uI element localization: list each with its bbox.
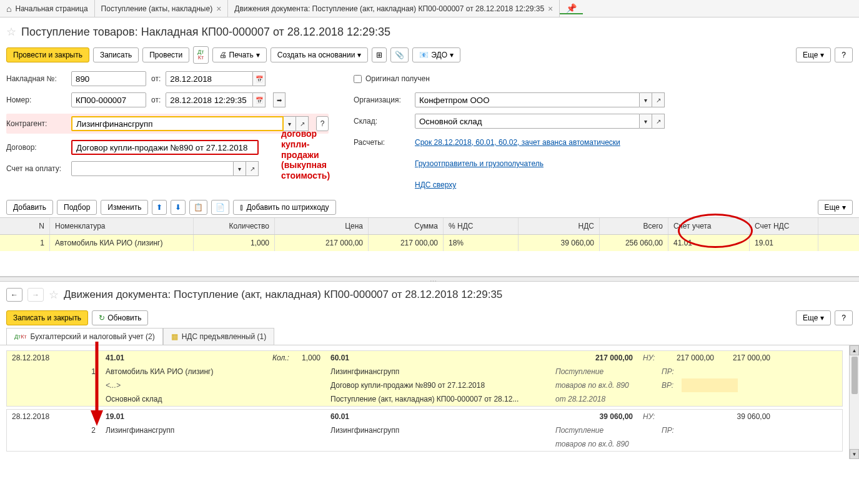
lower-tabs: ДтКт Бухгалтерский и налоговый учет (2) … xyxy=(0,328,859,345)
col-account[interactable]: Счет учета xyxy=(668,218,750,234)
more-button[interactable]: Еще ▾ xyxy=(818,200,853,215)
col-vat-account[interactable]: Счет НДС xyxy=(750,218,818,234)
dropdown-icon[interactable]: ▾ xyxy=(640,114,652,129)
create-based-button[interactable]: Создать на основании ▾ xyxy=(271,47,369,62)
add-button[interactable]: Добавить xyxy=(6,200,53,215)
contract-input[interactable] xyxy=(71,140,259,155)
write-close-button[interactable]: Записать и закрыть xyxy=(6,310,88,325)
from-label: от: xyxy=(151,74,161,83)
settlements-link[interactable]: Срок 28.12.2018, 60.01, 60.02, зачет ава… xyxy=(415,138,620,147)
pin-icon[interactable]: 📌 xyxy=(560,3,583,14)
col-quantity[interactable]: Количество xyxy=(194,218,275,234)
register-icon: ▦ xyxy=(171,332,178,341)
edo-button[interactable]: 📧 ЭДО ▾ xyxy=(412,47,460,62)
tab-movements[interactable]: Движения документа: Поступление (акт, на… xyxy=(228,0,560,17)
post-button[interactable]: Провести xyxy=(142,47,189,62)
more-label: Еще xyxy=(825,203,840,212)
entry-amount: 39 060,00 xyxy=(550,410,638,423)
print-label: Печать xyxy=(229,51,254,59)
scrollbar[interactable]: ▲ ▼ xyxy=(849,345,859,459)
lower-title: Движения документа: Поступление (акт, на… xyxy=(64,289,502,301)
write-button[interactable]: Записать xyxy=(93,47,139,62)
forward-button[interactable]: → xyxy=(27,288,44,302)
col-sum[interactable]: Сумма xyxy=(369,218,444,234)
table-row[interactable]: 1 Автомобиль КИА РИО (лизинг) 1,000 217 … xyxy=(0,235,859,251)
page-title: Поступление товаров: Накладная КП00-0000… xyxy=(21,26,390,39)
tab-vat[interactable]: ▦ НДС предъявленный (1) xyxy=(163,328,274,345)
original-received-checkbox[interactable] xyxy=(354,75,362,83)
attach-button[interactable]: 📎 xyxy=(390,47,409,62)
pick-button[interactable]: Подбор xyxy=(57,200,97,215)
contract-label: Договор: xyxy=(6,143,66,152)
copy-button[interactable]: 📋 xyxy=(189,200,207,215)
open-icon[interactable]: ↗ xyxy=(652,92,665,107)
col-vat-rate[interactable]: % НДС xyxy=(444,218,519,234)
col-vat-amount[interactable]: НДС xyxy=(519,218,600,234)
dropdown-icon[interactable]: ▾ xyxy=(640,92,652,107)
contractor-input[interactable] xyxy=(71,116,284,131)
structure-button[interactable]: ⊞ xyxy=(372,47,387,62)
tab-home[interactable]: ⌂ Начальная страница xyxy=(0,0,95,17)
entry-date: 28.12.2018 xyxy=(7,410,82,423)
refresh-button[interactable]: ↻ Обновить xyxy=(92,310,148,325)
operation-text: товаров по вх.д. 890 xyxy=(550,437,657,451)
refresh-label: Обновить xyxy=(107,314,141,322)
accounting-entry[interactable]: 28.12.2018 19.01 60.01 39 060,00 НУ: 39 … xyxy=(6,409,843,452)
entry-date: 28.12.2018 xyxy=(7,351,82,365)
cell-n: 1 xyxy=(0,235,50,251)
open-icon[interactable]: ↗ xyxy=(652,114,665,129)
entries-list: 28.12.2018 41.01 Кол.: 1,000 60.01 217 0… xyxy=(0,345,849,459)
operation-text: товаров по вх.д. 890 xyxy=(550,378,657,392)
star-icon[interactable]: ☆ xyxy=(6,25,16,39)
payment-invoice-input[interactable] xyxy=(71,161,234,176)
help-button[interactable]: ? xyxy=(835,310,853,325)
tab-receipts[interactable]: Поступление (акты, накладные) × xyxy=(95,0,229,17)
col-nomenclature[interactable]: Номенклатура xyxy=(50,218,194,234)
star-icon[interactable]: ☆ xyxy=(49,288,59,302)
post-and-close-button[interactable]: Провести и закрыть xyxy=(6,47,89,62)
document-header: ☆ Поступление товаров: Накладная КП00-00… xyxy=(0,17,859,44)
close-icon[interactable]: × xyxy=(548,4,553,14)
calendar-icon[interactable]: 📅 xyxy=(253,92,266,107)
warehouse-input[interactable] xyxy=(415,114,640,129)
tab-accounting[interactable]: ДтКт Бухгалтерский и налоговый учет (2) xyxy=(6,328,163,345)
dropdown-icon[interactable]: ▾ xyxy=(234,161,246,176)
col-price[interactable]: Цена xyxy=(275,218,369,234)
vat-link[interactable]: НДС сверху xyxy=(415,180,456,189)
open-icon[interactable]: ↗ xyxy=(246,161,259,176)
vr-label: ВР: xyxy=(657,378,682,392)
more-button[interactable]: Еще ▾ xyxy=(796,47,831,62)
more-button[interactable]: Еще ▾ xyxy=(796,310,831,325)
splitter[interactable] xyxy=(0,277,859,282)
number-date-input[interactable] xyxy=(166,92,253,107)
scroll-up-icon[interactable]: ▲ xyxy=(850,345,859,355)
settlements-label: Расчеты: xyxy=(354,138,410,147)
dtkt-button[interactable]: ДтКт xyxy=(193,46,208,64)
scroll-thumb[interactable] xyxy=(852,357,858,394)
home-icon: ⌂ xyxy=(6,4,11,14)
calendar-icon[interactable]: 📅 xyxy=(253,71,266,86)
org-input[interactable] xyxy=(415,92,640,107)
original-received-label: Оригинал получен xyxy=(365,74,430,83)
print-button[interactable]: 🖨 Печать ▾ xyxy=(212,47,267,62)
close-icon[interactable]: × xyxy=(216,4,221,14)
consignor-link[interactable]: Грузоотправитель и грузополучатель xyxy=(415,159,544,168)
help-button[interactable]: ? xyxy=(835,47,853,62)
scroll-down-icon[interactable]: ▼ xyxy=(850,449,859,459)
entry-amount: 217 000,00 xyxy=(550,351,638,365)
invoice-no-input[interactable] xyxy=(71,71,146,86)
goto-icon[interactable]: ➡ xyxy=(273,92,286,107)
col-n[interactable]: N xyxy=(0,218,50,234)
back-button[interactable]: ← xyxy=(6,288,22,302)
edit-button[interactable]: Изменить xyxy=(101,200,148,215)
move-down-button[interactable]: ⬇ xyxy=(171,200,186,215)
number-input[interactable] xyxy=(71,92,146,107)
move-up-button[interactable]: ⬆ xyxy=(152,200,167,215)
barcode-button[interactable]: ⫿ Добавить по штрихкоду xyxy=(233,200,335,215)
paste-button[interactable]: 📄 xyxy=(211,200,229,215)
more-label: Еще xyxy=(803,51,818,59)
cell-vat-account: 19.01 xyxy=(750,235,818,251)
accounting-entry[interactable]: 28.12.2018 41.01 Кол.: 1,000 60.01 217 0… xyxy=(6,350,843,407)
col-total[interactable]: Всего xyxy=(600,218,668,234)
invoice-date-input[interactable] xyxy=(166,71,253,86)
